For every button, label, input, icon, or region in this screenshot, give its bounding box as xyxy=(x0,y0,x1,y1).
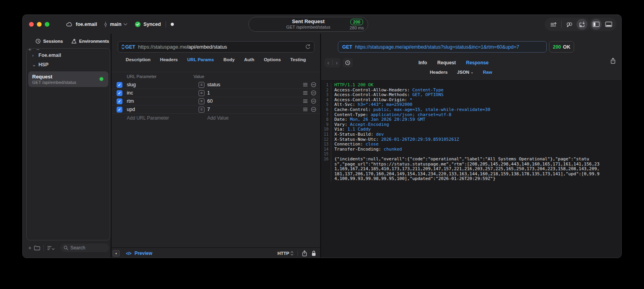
response-body-viewer[interactable]: 1 HTTP/1.1 200 OK 2 Access-Control-Allow… xyxy=(321,80,622,258)
branch-menu[interactable]: main xyxy=(103,22,128,27)
response-status-text: OK xyxy=(563,44,571,50)
chevron-down-icon xyxy=(123,23,128,26)
http-stepper-icon xyxy=(290,251,294,256)
tab-response[interactable]: Response xyxy=(466,60,488,65)
response-status-code: 200 xyxy=(553,44,561,50)
response-json-body: {"incidents":null,"overall":{"code":"ope… xyxy=(331,157,602,182)
column-header-value: Value xyxy=(193,74,204,79)
zoom-window-button[interactable] xyxy=(45,22,49,27)
close-window-button[interactable] xyxy=(29,22,34,27)
param-value-input[interactable]: 1 xyxy=(207,90,210,96)
tab-environments[interactable]: Environments xyxy=(71,38,109,44)
import-button[interactable] xyxy=(576,19,587,30)
param-name-input[interactable]: rtm xyxy=(127,98,199,104)
request-url-bar[interactable]: GET https://statuspage.me/api/embed/stat… xyxy=(118,41,314,53)
request-tab[interactable]: Auth xyxy=(244,57,254,62)
traffic-lights xyxy=(29,22,49,27)
request-tab[interactable]: Description xyxy=(126,57,150,62)
add-param-value-field[interactable]: Add Value xyxy=(199,115,320,121)
resend-request-button[interactable] xyxy=(305,44,311,50)
subtab-headers[interactable]: Headers xyxy=(430,70,447,75)
add-param-row: Add URL Parameter Add Value xyxy=(111,114,320,122)
line-number: 1 xyxy=(321,83,331,88)
request-panel: GET https://statuspage.me/api/embed/stat… xyxy=(111,34,320,258)
toggle-left-sidebar-button[interactable] xyxy=(591,19,602,30)
tab-sessions[interactable]: Sessions xyxy=(35,38,63,44)
toolbar-action-group xyxy=(545,18,591,31)
add-request-button[interactable]: + xyxy=(28,245,31,251)
param-value-input[interactable]: 60 xyxy=(207,98,213,104)
sent-request-url[interactable]: GET https://statuspage.me/api/embed/stat… xyxy=(338,41,547,53)
branch-icon xyxy=(103,22,108,27)
param-name-input[interactable]: inc xyxy=(127,90,199,96)
search-placeholder: Search xyxy=(70,245,85,251)
param-name-input[interactable]: upd xyxy=(127,107,199,112)
param-name-input[interactable]: slug xyxy=(127,82,199,87)
sync-status[interactable]: Synced xyxy=(135,21,161,27)
request-list-item-selected[interactable]: Request GET /api/embed/status xyxy=(28,71,108,87)
column-header-name: URL Parameter xyxy=(117,74,193,79)
footer-separator xyxy=(297,250,298,256)
share-icon[interactable] xyxy=(302,250,307,256)
chevron-right-icon: › xyxy=(32,53,35,58)
request-item-title: Request xyxy=(32,74,104,80)
request-tab[interactable]: Headers xyxy=(160,57,178,62)
add-param-name-field[interactable]: Add URL Parameter xyxy=(127,115,199,121)
param-checkbox[interactable]: ✓ xyxy=(117,107,122,113)
tree-item-foe-email[interactable]: › Foe.email xyxy=(27,49,110,58)
lock-icon[interactable] xyxy=(311,250,316,256)
project-menu[interactable]: foe.email xyxy=(66,22,97,27)
expand-panel-button[interactable]: ▲ xyxy=(113,250,120,256)
param-value-input[interactable]: status xyxy=(207,82,220,87)
url-host: https://statuspage.me xyxy=(138,44,187,50)
export-button[interactable] xyxy=(548,19,559,30)
tab-request[interactable]: Request xyxy=(437,60,456,65)
chevron-down-icon: ⌄ xyxy=(471,70,474,74)
remove-row-icon[interactable] xyxy=(311,90,316,96)
preview-button[interactable]: </> Preview xyxy=(126,251,152,256)
remove-row-icon[interactable] xyxy=(311,107,316,112)
sidebar-bottom-separator xyxy=(44,245,44,251)
remove-row-icon[interactable] xyxy=(311,82,316,87)
drag-handle-icon[interactable] xyxy=(303,91,308,95)
sync-branches-button[interactable] xyxy=(564,19,575,30)
method-selector[interactable]: GET xyxy=(121,44,135,50)
param-checkbox[interactable]: ✓ xyxy=(117,90,122,96)
request-method: GET xyxy=(125,44,135,50)
drag-handle-icon[interactable] xyxy=(303,107,308,111)
sidebar-search-input[interactable]: Search xyxy=(60,244,109,252)
param-checkbox[interactable]: ✓ xyxy=(117,82,122,88)
http-version-selector[interactable]: HTTP xyxy=(277,251,294,256)
drag-handle-icon[interactable] xyxy=(303,99,308,103)
request-tab[interactable]: Options xyxy=(264,57,281,62)
sent-request-method: GET xyxy=(342,44,352,50)
param-value-input[interactable]: 7 xyxy=(207,107,210,112)
remove-row-icon[interactable] xyxy=(311,98,316,104)
minimize-window-button[interactable] xyxy=(37,22,42,27)
export-response-button[interactable] xyxy=(610,58,616,64)
subtab-raw[interactable]: Raw xyxy=(483,70,492,75)
request-tab[interactable]: URL Params xyxy=(187,57,214,62)
tab-info[interactable]: Info xyxy=(418,60,427,65)
param-checkbox[interactable]: ✓ xyxy=(117,98,122,104)
toggle-bottom-panel-button[interactable] xyxy=(603,19,614,30)
request-footer: ▲ </> Preview HTTP xyxy=(111,247,320,258)
request-title-pill[interactable]: Sent Request GET /api/embed/status 200 2… xyxy=(248,17,368,32)
sort-list-icon[interactable] xyxy=(47,245,55,251)
refresh-icon xyxy=(305,44,311,50)
line-number: 14 xyxy=(321,147,331,152)
drag-handle-icon[interactable] xyxy=(303,83,308,87)
new-folder-icon[interactable] xyxy=(34,245,40,251)
request-tab[interactable]: Body xyxy=(223,57,235,62)
unsaved-indicator-dot xyxy=(171,23,174,26)
method-stepper-icon xyxy=(121,44,125,49)
request-tab[interactable]: Testing xyxy=(290,57,306,62)
sync-status-label: Synced xyxy=(143,22,161,27)
line-number: 5 xyxy=(321,102,331,107)
line-number: 15 xyxy=(321,152,331,157)
subtab-json-dropdown[interactable]: JSON ⌄ xyxy=(457,70,474,75)
line-number: 2 xyxy=(321,88,331,93)
line-number: 16 xyxy=(321,157,331,182)
tree-item-hsp[interactable]: ⌄ HSP xyxy=(27,58,110,67)
line-number: 13 xyxy=(321,142,331,147)
